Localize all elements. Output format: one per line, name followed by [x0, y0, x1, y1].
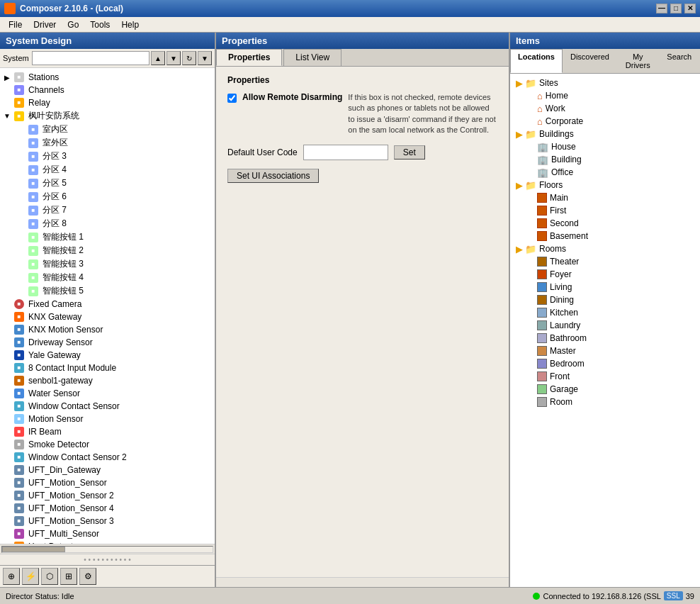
- tree-item-zone5[interactable]: ■ 分区 5: [0, 177, 215, 190]
- tree-item-zone7[interactable]: ■ 分区 7: [0, 203, 215, 217]
- tree-item-zone3[interactable]: ■ 分区 3: [0, 150, 215, 163]
- tree-item-smoke[interactable]: ■ Smoke Detector: [0, 438, 215, 451]
- nav-up-button[interactable]: ▲: [151, 51, 165, 65]
- rtree-item-corporate[interactable]: ⌂ Corporate: [510, 115, 700, 128]
- tree-item-uftmotion1[interactable]: ■ UFT_Motion_Sensor: [0, 476, 215, 489]
- rtree-item-home[interactable]: ⌂ Home: [510, 89, 700, 102]
- rtree-item-second[interactable]: Second: [510, 217, 700, 230]
- rtree-item-bathroom[interactable]: Bathroom: [510, 332, 700, 345]
- rtree-item-floors[interactable]: ▶ 📁 Floors: [510, 179, 700, 191]
- icon-windowcs1: ■: [14, 401, 24, 411]
- horizontal-scrollbar[interactable]: [0, 544, 215, 554]
- menu-driver[interactable]: Driver: [28, 18, 62, 31]
- tree-item-btn4[interactable]: ■ 智能按钮 4: [0, 271, 215, 284]
- rtree-item-bedroom[interactable]: Bedroom: [510, 357, 700, 370]
- tree-item-zone8[interactable]: ■ 分区 8: [0, 217, 215, 230]
- rtree-item-house[interactable]: 🏢 House: [510, 140, 700, 153]
- tab-mydrivers[interactable]: My Drivers: [617, 49, 659, 73]
- rtree-item-front[interactable]: Front: [510, 370, 700, 383]
- tree-item-btn2[interactable]: ■ 智能按钮 2: [0, 244, 215, 257]
- close-button[interactable]: ✕: [684, 4, 696, 13]
- tree-item-zone4[interactable]: ■ 分区 4: [0, 163, 215, 177]
- rtree-item-work[interactable]: ⌂ Work: [510, 102, 700, 115]
- tree-item-security[interactable]: ▼ ■ 枫叶安防系统: [0, 109, 215, 123]
- tree-item-motion1[interactable]: ■ Motion Sensor: [0, 413, 215, 425]
- tree-item-water[interactable]: ■ Water Sensor: [0, 387, 215, 400]
- system-search-input[interactable]: [32, 51, 149, 65]
- rtree-item-office[interactable]: 🏢 Office: [510, 166, 700, 179]
- rtree-item-dining[interactable]: Dining: [510, 293, 700, 306]
- rtree-item-basement[interactable]: Basement: [510, 230, 700, 242]
- label-zone3: 分区 3: [43, 150, 67, 162]
- tree-item-camera[interactable]: ■ Fixed Camera: [0, 298, 215, 311]
- rtree-label-home: Home: [546, 91, 568, 101]
- rtree-label-room: Room: [550, 397, 572, 407]
- tree-item-yalegw[interactable]: ■ Yale Gateway: [0, 349, 215, 362]
- rtree-item-first[interactable]: First: [510, 204, 700, 217]
- rtree-item-building[interactable]: 🏢 Building: [510, 153, 700, 166]
- rtree-item-master[interactable]: Master: [510, 345, 700, 357]
- rtree-item-room[interactable]: Room: [510, 396, 700, 408]
- add-device-button[interactable]: ⊕: [3, 568, 20, 585]
- network-button[interactable]: ⊞: [60, 568, 77, 585]
- refresh-button[interactable]: ↻: [182, 51, 196, 65]
- tree-item-channels[interactable]: ■ Channels: [0, 84, 215, 96]
- tab-discovered[interactable]: Discovered: [563, 49, 617, 73]
- tree-item-uftdin[interactable]: ■ UFT_Din_Gateway: [0, 464, 215, 476]
- rtree-item-sites[interactable]: ▶ 📁 Sites: [510, 77, 700, 89]
- tree-item-knxmotion[interactable]: ■ KNX Motion Sensor: [0, 323, 215, 336]
- tree-item-zone1[interactable]: ■ 室内区: [0, 123, 215, 136]
- tree-item-zone6[interactable]: ■ 分区 6: [0, 190, 215, 203]
- allow-remote-disarming-checkbox[interactable]: [227, 94, 237, 103]
- properties-panel: Properties Properties List View Properti…: [216, 33, 510, 587]
- rtree-item-main[interactable]: Main: [510, 191, 700, 204]
- rtree-item-living[interactable]: Living: [510, 281, 700, 293]
- rtree-item-buildings[interactable]: ▶ 📁 Buildings: [510, 128, 700, 140]
- tree-item-btn5[interactable]: ■ 智能按钮 5: [0, 284, 215, 298]
- tab-locations[interactable]: Locations: [510, 49, 563, 73]
- set-ui-associations-button[interactable]: Set UI Associations: [227, 169, 319, 183]
- menu-tools[interactable]: Tools: [84, 18, 115, 31]
- minimize-button[interactable]: —: [656, 4, 667, 13]
- tree-item-uftmotion4[interactable]: ■ UFT_Motion_Sensor 4: [0, 502, 215, 515]
- tree-item-8contact[interactable]: ■ 8 Contact Input Module: [0, 362, 215, 374]
- tree-item-zone2[interactable]: ■ 室外区: [0, 136, 215, 150]
- middle-scrollbar[interactable]: [216, 577, 509, 587]
- tree-item-senbolll[interactable]: ■ senbol1-gateway: [0, 374, 215, 387]
- rtree-item-theater[interactable]: Theater: [510, 255, 700, 268]
- settings-button[interactable]: ⚙: [79, 568, 96, 585]
- folder-img-sites: 📁: [525, 78, 536, 89]
- rtree-item-laundry[interactable]: Laundry: [510, 319, 700, 332]
- tree-item-irbeam[interactable]: ■ IR Beam: [0, 425, 215, 438]
- rtree-label-buildings: Buildings: [539, 129, 574, 139]
- tree-item-uftmotion2[interactable]: ■ UFT_Motion_Sensor 2: [0, 489, 215, 502]
- menu-go[interactable]: Go: [62, 18, 84, 31]
- tree-item-btn3[interactable]: ■ 智能按钮 3: [0, 257, 215, 271]
- tree-item-windowcs1[interactable]: ■ Window Contact Sensor: [0, 400, 215, 413]
- tab-search[interactable]: Search: [659, 49, 701, 73]
- rtree-item-foyer[interactable]: Foyer: [510, 268, 700, 281]
- tree-item-uftmotion3[interactable]: ■ UFT_Motion_Sensor 3: [0, 515, 215, 527]
- tree-item-knxgw[interactable]: ■ KNX Gateway: [0, 311, 215, 323]
- nav-down-button[interactable]: ▼: [166, 51, 181, 65]
- tree-item-windowcs2[interactable]: ■ Window Contact Sensor 2: [0, 451, 215, 464]
- default-user-code-input[interactable]: [303, 145, 388, 160]
- connect-button[interactable]: ⬡: [41, 568, 58, 585]
- rtree-item-garage[interactable]: Garage: [510, 383, 700, 396]
- tab-properties[interactable]: Properties: [216, 49, 282, 66]
- tree-item-uftmulti[interactable]: ■ UFT_Multi_Sensor: [0, 527, 215, 540]
- rtree-item-rooms[interactable]: ▶ 📁 Rooms: [510, 242, 700, 255]
- tree-item-relay[interactable]: ■ Relay: [0, 96, 215, 109]
- rtree-item-kitchen[interactable]: Kitchen: [510, 306, 700, 319]
- tab-listview[interactable]: List View: [283, 49, 341, 66]
- label-stations: Stations: [28, 72, 59, 82]
- filter-button[interactable]: ▼: [198, 51, 212, 65]
- maximize-button[interactable]: □: [670, 4, 682, 13]
- tree-item-btn1[interactable]: ■ 智能按钮 1: [0, 230, 215, 244]
- set-code-button[interactable]: Set: [394, 145, 425, 160]
- tree-item-driveway[interactable]: ■ Driveway Sensor: [0, 336, 215, 349]
- menu-help[interactable]: Help: [115, 18, 145, 31]
- tree-item-stations[interactable]: ▶ ■ Stations: [0, 71, 215, 84]
- zigbee-button[interactable]: ⚡: [22, 568, 39, 585]
- menu-file[interactable]: File: [3, 18, 28, 31]
